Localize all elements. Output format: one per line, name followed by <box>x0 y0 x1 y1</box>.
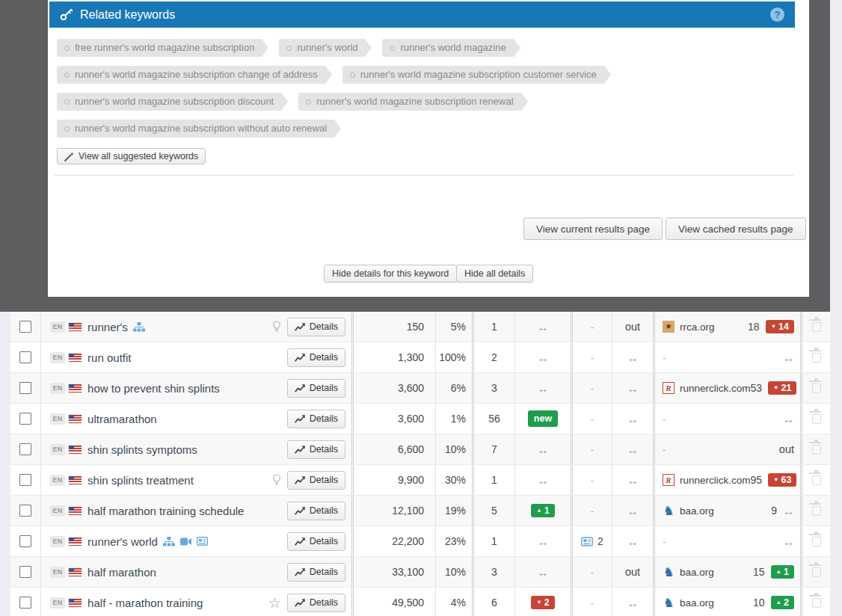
row-checkbox[interactable] <box>19 597 31 609</box>
keyword-tag[interactable]: runner's world magazine subscription cha… <box>57 66 325 84</box>
row-checkbox[interactable] <box>19 443 31 455</box>
details-button[interactable]: Details <box>287 563 345 582</box>
table-row: EN half marathon training schedule Detai… <box>10 496 830 526</box>
favicon-baa: ♞ <box>663 597 674 609</box>
details-button[interactable]: Details <box>287 348 345 367</box>
row-checkbox[interactable] <box>19 351 31 363</box>
delete-icon[interactable] <box>812 475 821 485</box>
view-current-results-button[interactable]: View current results page <box>523 218 663 240</box>
help-icon[interactable]: ? <box>770 7 784 22</box>
keyword-tag[interactable]: runner's world <box>279 39 365 57</box>
details-button[interactable]: Details <box>287 594 345 612</box>
delete-icon[interactable] <box>812 384 821 393</box>
details-button[interactable]: Details <box>287 318 345 336</box>
no-change-icon: ↔ <box>538 382 549 395</box>
favicon-baa: ♞ <box>663 566 674 578</box>
search-volume: 6,600 <box>351 434 435 464</box>
keyword-text: half - marathon training <box>87 597 203 609</box>
rank-value: 5 <box>472 496 514 526</box>
favicon-runnerclick: R <box>663 474 674 486</box>
delete-icon[interactable] <box>812 445 821 455</box>
delete-icon[interactable] <box>812 353 821 363</box>
details-button[interactable]: Details <box>287 379 345 398</box>
language-badge: EN <box>50 505 65 517</box>
rank-value: 56 <box>472 404 514 434</box>
percent-value: 19% <box>435 496 472 526</box>
video-icon <box>180 538 191 546</box>
row-checkbox[interactable] <box>19 505 31 517</box>
rank-value: 6 <box>472 588 514 616</box>
row-checkbox[interactable] <box>19 321 31 333</box>
keyword-tag[interactable]: runner's world magazine subscription wit… <box>57 120 334 138</box>
keyword-text: shin splints symptoms <box>87 443 197 456</box>
details-button[interactable]: Details <box>287 440 345 459</box>
new-badge: new <box>528 410 558 427</box>
competitor-rank: 53 <box>751 382 763 394</box>
keywords-table: EN runner's Details 150 5% 1 ↔ - out ✶ <box>10 312 830 616</box>
keyword-tag[interactable]: runner's world magazine subscription cus… <box>342 66 604 84</box>
no-change-icon: ↔ <box>783 535 794 548</box>
table-row: EN runner's world Details 22,200 23% 1 ↔ <box>10 526 830 557</box>
rank-change-badge: ▲2 <box>771 596 794 610</box>
language-badge: EN <box>50 321 65 333</box>
percent-value: 100% <box>435 342 472 372</box>
table-row: EN shin splints symptoms Details 6,600 1… <box>10 434 830 465</box>
row-checkbox[interactable] <box>19 413 31 425</box>
delete-icon[interactable] <box>812 537 821 546</box>
lightbulb-icon <box>272 321 281 333</box>
keyword-text: ultramarathon <box>87 413 157 425</box>
suggested-keyword-tags: free runner's world magazine subscriptio… <box>48 28 809 147</box>
us-flag-icon <box>69 538 82 546</box>
competitor-rank: 95 <box>751 474 763 486</box>
competitor-domain: baa.org <box>680 505 714 517</box>
line-chart-icon <box>295 507 305 515</box>
keyword-text: run outfit <box>87 351 131 364</box>
magic-wand-icon <box>64 152 74 161</box>
keyword-tag[interactable]: runner's world magazine subscription dis… <box>57 93 281 111</box>
keyword-tag[interactable]: runner's world magazine subscription ren… <box>298 93 520 111</box>
rank-change-badge: ▼21 <box>768 381 796 395</box>
percent-value: 30% <box>435 465 472 495</box>
details-button[interactable]: Details <box>287 410 345 428</box>
hide-details-keyword-button[interactable]: Hide details for this keyword <box>324 265 457 283</box>
line-chart-icon <box>295 354 305 362</box>
no-change-icon: ↔ <box>538 321 549 333</box>
details-button[interactable]: Details <box>287 502 345 520</box>
sitemap-icon <box>133 322 145 332</box>
table-row: EN half - marathon training ☆ Details 49… <box>10 588 830 616</box>
delete-icon[interactable] <box>812 506 821 516</box>
keyword-text: runner's world <box>87 535 158 548</box>
news-icon <box>581 537 593 546</box>
line-chart-icon <box>295 415 305 423</box>
no-change-icon: ↔ <box>783 413 794 425</box>
view-cached-results-button[interactable]: View cached results page <box>666 218 806 240</box>
news-icon <box>197 537 208 546</box>
row-checkbox[interactable] <box>19 566 31 578</box>
delete-icon[interactable] <box>812 567 821 577</box>
delete-icon[interactable] <box>812 414 821 424</box>
lightbulb-icon <box>272 474 281 486</box>
view-all-suggested-keywords-button[interactable]: View all suggested keywords <box>57 148 206 164</box>
rank-change-badge: ▲1 <box>531 504 554 518</box>
row-checkbox[interactable] <box>19 382 31 394</box>
keyword-tag[interactable]: free runner's world magazine subscriptio… <box>57 39 262 57</box>
keyword-tag[interactable]: runner's world magazine <box>382 39 513 57</box>
competitor-domain: runnerclick.com <box>680 383 751 394</box>
row-checkbox[interactable] <box>19 474 31 486</box>
hide-all-details-button[interactable]: Hide all details <box>456 265 533 283</box>
language-badge: EN <box>50 597 65 609</box>
details-button[interactable]: Details <box>287 471 345 490</box>
details-button[interactable]: Details <box>287 532 345 551</box>
us-flag-icon <box>69 507 82 515</box>
delete-icon[interactable] <box>812 322 821 332</box>
no-change-icon: ↔ <box>627 474 639 487</box>
us-flag-icon <box>69 384 82 392</box>
delete-icon[interactable] <box>812 598 821 608</box>
search-volume: 1,300 <box>351 342 435 372</box>
star-icon[interactable]: ☆ <box>268 596 281 610</box>
line-chart-icon <box>295 568 305 576</box>
rank-change-badge: ▼14 <box>766 320 794 334</box>
rank-value: 1 <box>472 526 514 556</box>
row-checkbox[interactable] <box>19 535 31 547</box>
app-screen: Related keywords ? free runner's world m… <box>0 0 842 616</box>
